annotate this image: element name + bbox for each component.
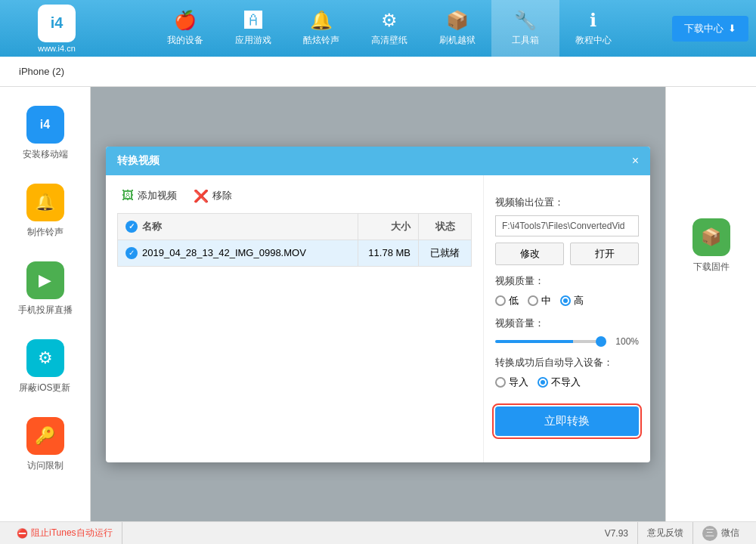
logo-icon: i4 <box>38 5 76 42</box>
quality-low[interactable]: 低 <box>495 294 519 308</box>
wechat-button[interactable]: 三 微信 <box>693 522 748 544</box>
sidebar-label-access-limit: 访问限制 <box>27 459 64 472</box>
nav-item-wallpaper[interactable]: ⚙高清壁纸 <box>355 0 423 57</box>
sidebar-label-block-ios: 屏蔽iOS更新 <box>19 382 70 394</box>
import-no-radio <box>538 377 548 388</box>
main-content: i4 安装移动端 🔔 制作铃声 ▶ 手机投屏直播 ⚙ 屏蔽iOS更新 🔑 访问限… <box>0 87 756 521</box>
sidebar-item-ringtone[interactable]: 🔔 制作铃声 <box>0 172 90 250</box>
volume-label: 视频音量： <box>495 317 639 330</box>
table-row[interactable]: ✓ 2019_04_28_13_42_IMG_0998.MOV 11.78 MB… <box>118 240 472 266</box>
right-sidebar: 📦 下载固件 <box>665 87 756 521</box>
install-mobile-icon: i4 <box>26 106 64 144</box>
wechat-avatar: 三 <box>702 526 717 541</box>
quality-mid[interactable]: 中 <box>528 294 551 308</box>
right-item-download-firmware[interactable]: 📦 下载固件 <box>685 211 738 281</box>
quality-mid-radio <box>528 295 538 306</box>
download-firmware-label: 下载固件 <box>693 261 730 274</box>
dialog-title: 转换视频 <box>117 154 160 168</box>
tutorial-icon: ℹ <box>590 10 596 31</box>
add-video-button[interactable]: 🖼 添加视频 <box>117 187 181 205</box>
file-table: ✓ 名称 大小 状态 <box>117 213 472 267</box>
sidebar-item-block-ios[interactable]: ⚙ 屏蔽iOS更新 <box>0 328 90 406</box>
import-label: 转换成功后自动导入设备： <box>495 356 639 369</box>
sidebar-label-screen-live: 手机投屏直播 <box>18 304 73 317</box>
ringtone-icon: 🔔 <box>26 184 64 221</box>
output-label: 视频输出位置： <box>495 196 639 209</box>
volume-section: 视频音量： 100% <box>495 317 639 347</box>
remove-icon: ❌ <box>194 189 209 203</box>
quality-low-radio <box>495 295 506 306</box>
row-check: ✓ <box>125 247 138 259</box>
stop-icon: ⛔ <box>17 528 28 539</box>
app-game-icon: 🅰 <box>244 10 262 31</box>
my-device-icon: 🍎 <box>174 10 197 31</box>
nav-item-toolbox[interactable]: 🔧工具箱 <box>491 0 559 57</box>
dialog-right-panel: 视频输出位置： F:\i4Tools7\Files\ConvertedVid 修… <box>484 175 650 462</box>
convert-video-dialog: 转换视频 × 🖼 添加视频 ❌ <box>106 147 650 462</box>
file-status-cell: 已就绪 <box>419 240 472 266</box>
download-firmware-icon: 📦 <box>692 218 730 256</box>
volume-display: 100% <box>612 336 639 347</box>
itunes-status[interactable]: ⛔ 阻止iTunes自动运行 <box>8 522 122 544</box>
sidebar-item-access-limit[interactable]: 🔑 访问限制 <box>0 406 90 484</box>
ringtone-icon: 🔔 <box>310 10 333 31</box>
sidebar: i4 安装移动端 🔔 制作铃声 ▶ 手机投屏直播 ⚙ 屏蔽iOS更新 🔑 访问限… <box>0 87 91 521</box>
jailbreak-icon: 📦 <box>446 10 469 31</box>
device-tab[interactable]: iPhone (2) <box>11 66 72 77</box>
quality-label: 视频质量： <box>495 274 639 288</box>
wallpaper-icon: ⚙ <box>381 10 398 31</box>
quality-high[interactable]: 高 <box>560 294 584 308</box>
dialog-overlay: 转换视频 × 🖼 添加视频 ❌ <box>91 87 665 521</box>
convert-now-button[interactable]: 立即转换 <box>495 406 639 436</box>
import-yes[interactable]: 导入 <box>495 376 528 389</box>
file-name-cell: ✓ 2019_04_28_13_42_IMG_0998.MOV <box>118 240 358 266</box>
file-toolbar: 🖼 添加视频 ❌ 移除 <box>117 187 472 206</box>
sidebar-label-ringtone: 制作铃声 <box>27 226 64 239</box>
dialog-title-bar: 转换视频 × <box>106 147 650 175</box>
col-header-name: ✓ 名称 <box>118 213 358 240</box>
modify-button[interactable]: 修改 <box>495 243 564 265</box>
import-yes-radio <box>495 377 506 388</box>
top-bar: i4 www.i4.cn 🍎我的设备🅰应用游戏🔔酷炫铃声⚙高清壁纸📦刷机越狱🔧工… <box>0 0 756 57</box>
volume-slider[interactable] <box>495 340 606 343</box>
content-area: 转换视频 × 🖼 添加视频 ❌ <box>91 87 665 521</box>
quality-high-radio <box>560 295 571 306</box>
logo-text: www.i4.cn <box>38 44 76 53</box>
remove-video-button[interactable]: ❌ 移除 <box>189 187 237 206</box>
dialog-left-panel: 🖼 添加视频 ❌ 移除 <box>106 175 484 462</box>
feedback-button[interactable]: 意见反馈 <box>638 522 693 544</box>
output-path-display: F:\i4Tools7\Files\ConvertedVid <box>495 215 639 236</box>
header-check: ✓ <box>125 221 138 233</box>
import-radio-group: 导入 不导入 <box>495 376 639 389</box>
nav-item-app-game[interactable]: 🅰应用游戏 <box>219 0 287 57</box>
path-buttons: 修改 打开 <box>495 243 639 265</box>
version-label: V7.93 <box>596 522 638 544</box>
sidebar-item-install-mobile[interactable]: i4 安装移动端 <box>0 94 90 172</box>
col-header-size: 大小 <box>358 213 419 240</box>
add-icon: 🖼 <box>122 189 134 202</box>
nav-item-jailbreak[interactable]: 📦刷机越狱 <box>423 0 491 57</box>
import-section: 转换成功后自动导入设备： 导入 不导入 <box>495 356 639 389</box>
col-header-status: 状态 <box>419 213 472 240</box>
toolbox-icon: 🔧 <box>514 10 537 31</box>
file-size-cell: 11.78 MB <box>358 240 419 266</box>
sidebar-item-screen-live[interactable]: ▶ 手机投屏直播 <box>0 250 90 328</box>
status-bar: ⛔ 阻止iTunes自动运行 V7.93 意见反馈 三 微信 <box>0 521 756 544</box>
import-no[interactable]: 不导入 <box>538 376 581 389</box>
quality-radio-group: 低 中 高 <box>495 294 639 308</box>
nav-item-tutorial[interactable]: ℹ教程中心 <box>559 0 627 57</box>
dialog-close-button[interactable]: × <box>632 154 639 168</box>
volume-slider-row: 100% <box>495 336 639 347</box>
screen-live-icon: ▶ <box>26 261 64 299</box>
sidebar-label-install-mobile: 安装移动端 <box>23 148 68 161</box>
dialog-body: 🖼 添加视频 ❌ 移除 <box>106 175 650 462</box>
download-center-button[interactable]: 下载中心 ⬇ <box>672 16 748 42</box>
block-ios-icon: ⚙ <box>26 339 64 377</box>
nav-item-my-device[interactable]: 🍎我的设备 <box>151 0 219 57</box>
nav-items: 🍎我的设备🅰应用游戏🔔酷炫铃声⚙高清壁纸📦刷机越狱🔧工具箱ℹ教程中心 <box>106 0 672 57</box>
nav-item-ringtone[interactable]: 🔔酷炫铃声 <box>287 0 355 57</box>
access-limit-icon: 🔑 <box>26 417 64 455</box>
open-button[interactable]: 打开 <box>570 243 639 265</box>
logo-area: i4 www.i4.cn <box>8 5 106 53</box>
device-bar: iPhone (2) <box>0 57 756 87</box>
